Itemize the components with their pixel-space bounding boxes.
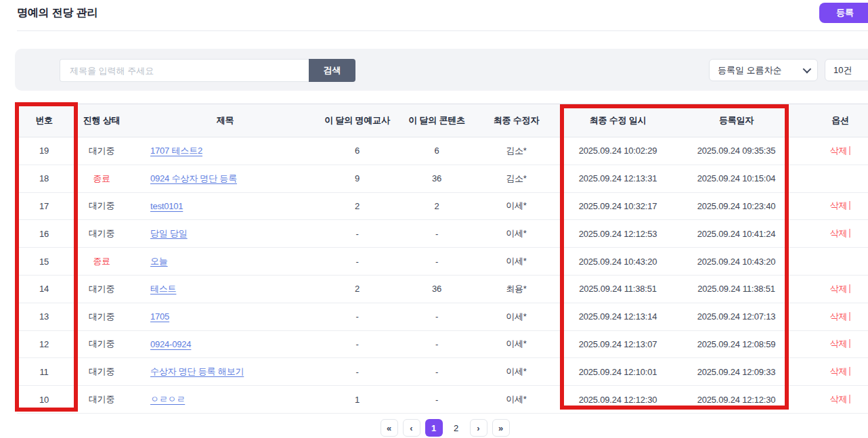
- column-header-registered-at: 등록일자: [680, 104, 792, 137]
- cell-registered-at: 2025.09.24 12:07:13: [680, 303, 792, 330]
- sort-order-selected-value: 등록일 오름차순: [718, 64, 782, 76]
- cell-title: 1707 테스트2: [132, 137, 318, 165]
- pagination-last-button[interactable]: »: [492, 419, 510, 437]
- column-header-title: 제목: [132, 104, 318, 137]
- row-title-link[interactable]: 0924-0924: [150, 339, 191, 349]
- cell-status: 종료: [71, 248, 132, 276]
- cell-status: 대기중: [71, 220, 132, 248]
- cell-teachers: -: [318, 248, 396, 276]
- row-title-link[interactable]: 1707 테스트2: [150, 146, 202, 156]
- delete-link[interactable]: 삭제: [830, 338, 848, 349]
- cell-no: 16: [17, 220, 71, 248]
- delete-link[interactable]: 삭제: [830, 228, 848, 238]
- delete-link[interactable]: 삭제: [830, 311, 848, 322]
- column-header-modified-at: 최종 수정 일시: [555, 104, 680, 137]
- cell-status: 대기중: [71, 330, 132, 358]
- cell-options: 삭제: [792, 386, 868, 414]
- cell-title: 수상자 명단 등록 해보기: [132, 358, 318, 386]
- row-title-link[interactable]: 수상자 명단 등록 해보기: [150, 366, 244, 376]
- column-header-no: 번호: [17, 104, 71, 137]
- row-title-link[interactable]: 당일 당일: [150, 228, 188, 238]
- cell-status: 대기중: [71, 303, 132, 330]
- cell-teachers: -: [318, 220, 396, 248]
- cell-teachers: 2: [318, 192, 396, 220]
- option-separator: [849, 284, 850, 293]
- row-title-link[interactable]: 1705: [150, 311, 169, 322]
- cell-title: 오늘: [132, 248, 318, 276]
- cell-options: 삭제: [792, 358, 868, 386]
- status-badge: 대기중: [89, 146, 114, 156]
- cell-modifier: 이세*: [477, 192, 555, 220]
- search-button[interactable]: 검색: [309, 59, 355, 82]
- delete-link[interactable]: 삭제: [830, 284, 848, 294]
- cell-options: [792, 248, 868, 276]
- delete-link[interactable]: 삭제: [830, 146, 848, 156]
- cell-status: 대기중: [71, 386, 132, 414]
- cell-title: 테스트: [132, 275, 318, 303]
- row-title-link[interactable]: ㅇㄹㅇㄹ: [150, 394, 185, 404]
- cell-modified-at: 2025.09.24 10:32:17: [555, 192, 680, 220]
- pagination-prev-button[interactable]: ‹: [403, 419, 420, 437]
- cell-teachers: -: [318, 358, 396, 386]
- cell-status: 종료: [71, 165, 132, 192]
- status-badge: 종료: [93, 256, 110, 266]
- status-badge: 종료: [93, 173, 110, 183]
- table-row: 14대기중테스트236최용*2025.09.24 11:38:512025.09…: [17, 275, 868, 303]
- row-title-link[interactable]: test0101: [150, 201, 183, 211]
- chevron-down-icon: [803, 65, 812, 74]
- cell-modified-at: 2025.09.24 12:10:01: [555, 358, 680, 386]
- cell-contents: 36: [396, 165, 477, 192]
- column-header-options: 옵션: [792, 104, 868, 137]
- cell-contents: 2: [396, 192, 477, 220]
- cell-status: 대기중: [71, 275, 132, 303]
- cell-options: [792, 165, 868, 192]
- cell-contents: -: [396, 358, 477, 386]
- cell-registered-at: 2025.09.24 10:23:40: [680, 192, 792, 220]
- pagination: « ‹ 12 › »: [11, 419, 868, 437]
- cell-modifier: 이세*: [477, 303, 555, 330]
- table-row: 19대기중1707 테스트266김소*2025.09.24 10:02:2920…: [17, 137, 868, 165]
- delete-link[interactable]: 삭제: [830, 200, 848, 211]
- row-title-link[interactable]: 오늘: [150, 256, 168, 266]
- cell-status: 대기중: [71, 137, 132, 165]
- table-body: 19대기중1707 테스트266김소*2025.09.24 10:02:2920…: [17, 137, 868, 414]
- cell-title: 0924 수상자 명단 등록: [132, 165, 318, 192]
- table-row: 18종료0924 수상자 명단 등록936김소*2025.09.24 12:13…: [17, 165, 868, 192]
- pagination-first-button[interactable]: «: [381, 419, 398, 437]
- cell-modifier: 이세*: [477, 330, 555, 358]
- pagination-next-button[interactable]: ›: [470, 419, 487, 437]
- cell-title: ㅇㄹㅇㄹ: [132, 386, 318, 414]
- delete-link[interactable]: 삭제: [830, 394, 848, 404]
- table-row: 15종료오늘--이세*2025.09.24 10:43:202025.09.24…: [17, 248, 868, 276]
- cell-contents: 36: [396, 275, 477, 303]
- sort-order-select[interactable]: 등록일 오름차순: [709, 59, 818, 81]
- row-title-link[interactable]: 0924 수상자 명단 등록: [150, 173, 237, 183]
- cell-modified-at: 2025.09.24 12:12:53: [555, 220, 680, 248]
- cell-no: 17: [17, 192, 71, 220]
- cell-teachers: -: [318, 303, 396, 330]
- cell-modifier: 이세*: [477, 248, 555, 276]
- cell-teachers: -: [318, 330, 396, 358]
- cell-modified-at: 2025.09.24 12:13:14: [555, 303, 680, 330]
- cell-title: test0101: [132, 192, 318, 220]
- cell-options: 삭제: [792, 275, 868, 303]
- cell-modified-at: 2025.09.24 11:38:51: [555, 275, 680, 303]
- status-badge: 대기중: [89, 394, 114, 404]
- cell-registered-at: 2025.09.24 11:38:51: [680, 275, 792, 303]
- table-row: 12대기중0924-0924--이세*2025.09.24 12:13:0720…: [17, 330, 868, 358]
- page-size-select[interactable]: 10건: [825, 59, 868, 81]
- pagination-page-current[interactable]: 1: [425, 419, 443, 437]
- table-row: 10대기중ㅇㄹㅇㄹ1-이세*2025.09.24 12:12:302025.09…: [17, 386, 868, 414]
- delete-link[interactable]: 삭제: [830, 366, 848, 376]
- option-separator: [849, 312, 850, 321]
- cell-modifier: 최용*: [477, 275, 555, 303]
- pagination-pages: 12: [425, 419, 465, 437]
- table-row: 11대기중수상자 명단 등록 해보기--이세*2025.09.24 12:10:…: [17, 358, 868, 386]
- table-header-row: 번호 진행 상태 제목 이 달의 명예교사 이 달의 콘텐츠 최종 수정자 최종…: [17, 104, 868, 137]
- row-title-link[interactable]: 테스트: [150, 284, 176, 294]
- column-header-status: 진행 상태: [71, 104, 132, 137]
- search-input[interactable]: [60, 59, 318, 82]
- pagination-page-button[interactable]: 2: [448, 419, 465, 437]
- cell-options: 삭제: [792, 303, 868, 330]
- register-button[interactable]: 등록: [819, 3, 868, 23]
